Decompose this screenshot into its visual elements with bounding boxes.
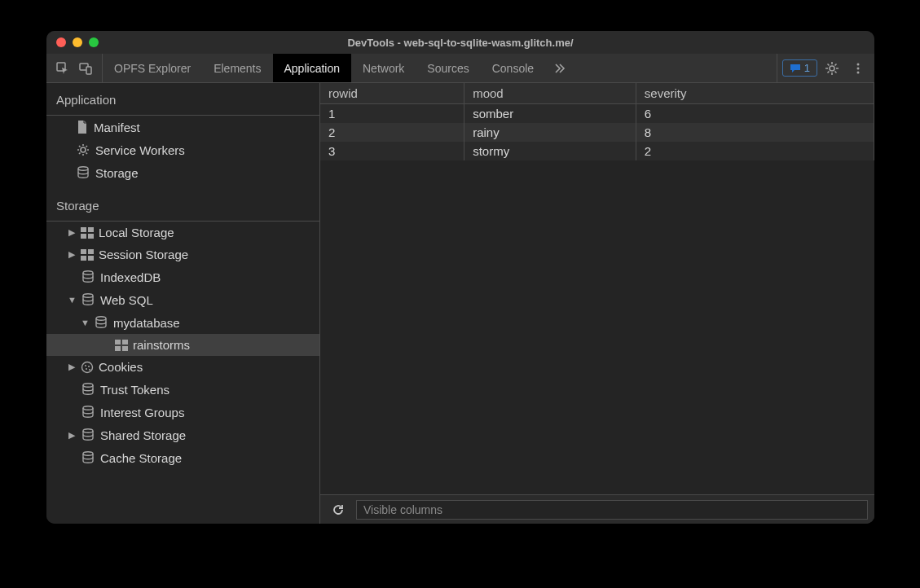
more-tabs-button[interactable] [545,54,574,82]
column-header-rowid[interactable]: rowid [320,83,464,104]
svg-point-25 [85,365,86,366]
sidebar-item-cookies[interactable]: ▶ Cookies [46,356,319,378]
svg-point-24 [82,362,93,372]
svg-point-3 [830,66,834,71]
grid-icon [81,227,94,239]
sidebar-item-shared-storage[interactable]: ▶ Shared Storage [46,423,319,446]
chevron-right-icon: ▶ [68,249,76,260]
svg-rect-15 [81,256,86,261]
inspect-element-button[interactable] [51,57,74,80]
database-icon [81,450,95,465]
data-table: rowid mood severity 1 somber 6 2 [320,83,874,160]
kebab-icon [851,61,865,76]
application-panel: Application Manifest Service Workers Sto… [46,83,874,524]
svg-point-28 [89,369,90,371]
svg-point-7 [81,147,86,152]
svg-point-5 [857,67,860,69]
database-icon [81,428,95,442]
data-table-scroll[interactable]: rowid mood severity 1 somber 6 2 [320,83,874,494]
column-header-mood[interactable]: mood [464,83,636,104]
svg-point-31 [83,429,93,432]
inspect-cursor-icon [55,61,70,76]
traffic-lights [46,37,99,47]
issues-count: 1 [804,62,810,74]
sidebar-item-indexeddb[interactable]: IndexedDB [46,265,319,288]
svg-rect-13 [81,249,86,254]
cell-severity: 6 [636,104,874,124]
sidebar-item-interest-groups[interactable]: Interest Groups [46,401,319,423]
sidebar-item-label: Cookies [99,360,143,374]
issues-badge[interactable]: 1 [782,59,817,77]
svg-rect-20 [115,340,121,344]
svg-point-27 [86,368,87,370]
svg-rect-22 [115,346,121,351]
sidebar-item-label: Storage [95,166,139,180]
svg-point-19 [96,317,106,320]
chevron-right-icon: ▶ [68,362,76,372]
tab-console[interactable]: Console [481,54,545,82]
table-row[interactable]: 2 rainy 8 [320,123,874,142]
tab-network[interactable]: Network [351,54,416,82]
tab-opfs-explorer[interactable]: OPFS Explorer [103,54,202,82]
svg-rect-9 [81,227,86,232]
document-icon [76,120,89,134]
grid-icon [81,249,94,261]
svg-point-17 [83,271,93,274]
sidebar-item-local-storage[interactable]: ▶ Local Storage [46,222,319,244]
sidebar-item-label: mydatabase [113,316,180,330]
table-row[interactable]: 3 stormy 2 [320,142,874,160]
sidebar-item-label: Session Storage [99,248,188,261]
chevron-down-icon: ▼ [68,295,76,305]
sidebar-item-service-workers[interactable]: Service Workers [46,138,319,161]
chevron-down-icon: ▼ [81,318,89,327]
svg-rect-11 [81,234,86,239]
svg-point-32 [83,452,93,455]
svg-rect-16 [88,256,94,261]
sidebar-item-rainstorms[interactable]: rainstorms [46,334,319,356]
sidebar-item-storage[interactable]: Storage [46,161,319,184]
sidebar-item-manifest[interactable]: Manifest [46,116,319,138]
devtools-toolbar: OPFS Explorer Elements Application Netwo… [46,54,874,83]
titlebar: DevTools - web-sql-to-sqlite-wasm.glitch… [46,31,874,54]
section-header-storage: Storage [46,189,319,222]
svg-rect-23 [122,346,128,351]
chevrons-right-icon [553,62,566,75]
application-sidebar: Application Manifest Service Workers Sto… [46,83,320,524]
sidebar-item-web-sql[interactable]: ▼ Web SQL [46,288,319,311]
cell-mood: stormy [464,142,636,160]
svg-point-6 [857,71,860,73]
refresh-button[interactable] [327,498,350,521]
sidebar-item-label: Shared Storage [100,428,186,442]
section-header-application: Application [46,83,319,116]
cookie-icon [81,361,94,374]
cell-mood: rainy [464,123,636,142]
cell-mood: somber [464,104,636,124]
minimize-window-button[interactable] [73,37,82,47]
maximize-window-button[interactable] [89,37,99,47]
sidebar-item-mydatabase[interactable]: ▼ mydatabase [46,311,319,334]
settings-button[interactable] [821,57,843,80]
grid-icon [115,340,128,351]
tab-application[interactable]: Application [273,54,352,82]
svg-point-18 [83,294,93,297]
svg-rect-10 [88,227,94,232]
svg-point-26 [88,366,90,367]
visible-columns-input[interactable] [356,500,868,520]
database-icon [81,382,95,397]
close-window-button[interactable] [56,37,66,47]
more-menu-button[interactable] [847,57,869,80]
sidebar-item-cache-storage[interactable]: Cache Storage [46,446,319,469]
sidebar-item-session-storage[interactable]: ▶ Session Storage [46,244,319,265]
tab-elements[interactable]: Elements [202,54,272,82]
sidebar-item-label: Interest Groups [100,406,184,419]
sidebar-item-label: Service Workers [95,143,185,157]
sidebar-item-label: Manifest [94,121,140,134]
column-header-severity[interactable]: severity [636,83,874,104]
device-icon [78,61,93,76]
refresh-icon [332,503,345,516]
tab-sources[interactable]: Sources [416,54,480,82]
device-toggle-button[interactable] [74,57,97,80]
table-row[interactable]: 1 somber 6 [320,104,874,124]
sidebar-item-trust-tokens[interactable]: Trust Tokens [46,378,319,401]
svg-rect-12 [88,234,94,239]
